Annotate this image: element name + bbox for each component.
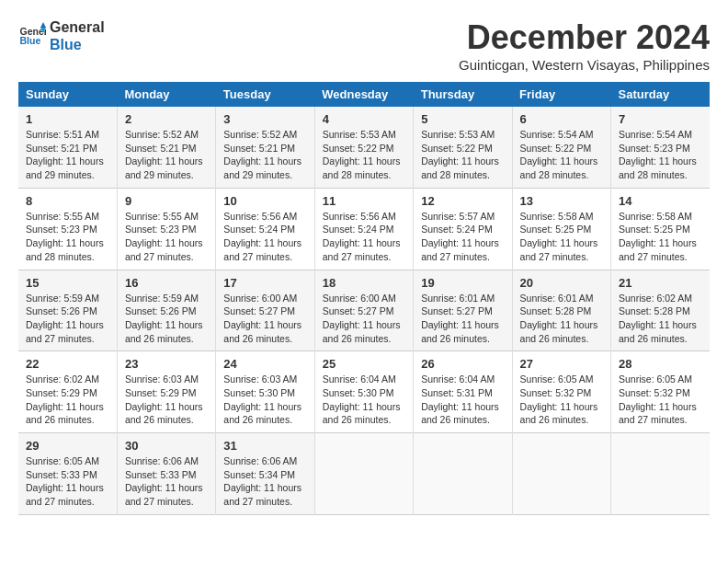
week-row-2: 8Sunrise: 5:55 AM Sunset: 5:23 PM Daylig… bbox=[18, 188, 710, 270]
day-info: Sunrise: 5:53 AM Sunset: 5:22 PM Dayligh… bbox=[421, 128, 504, 182]
day-cell: 27Sunrise: 6:05 AM Sunset: 5:32 PM Dayli… bbox=[512, 351, 610, 433]
day-info: Sunrise: 6:04 AM Sunset: 5:31 PM Dayligh… bbox=[421, 373, 504, 427]
week-row-3: 15Sunrise: 5:59 AM Sunset: 5:26 PM Dayli… bbox=[18, 270, 710, 351]
col-sunday: Sunday bbox=[18, 82, 117, 107]
day-cell: 22Sunrise: 6:02 AM Sunset: 5:29 PM Dayli… bbox=[18, 351, 117, 433]
day-info: Sunrise: 5:53 AM Sunset: 5:22 PM Dayligh… bbox=[323, 128, 405, 182]
day-number: 19 bbox=[421, 276, 504, 290]
col-saturday: Saturday bbox=[611, 82, 710, 107]
col-thursday: Thursday bbox=[414, 82, 512, 107]
day-number: 6 bbox=[520, 112, 603, 126]
day-info: Sunrise: 6:06 AM Sunset: 5:34 PM Dayligh… bbox=[223, 454, 306, 509]
day-number: 8 bbox=[26, 194, 109, 208]
day-info: Sunrise: 5:59 AM Sunset: 5:26 PM Dayligh… bbox=[125, 292, 208, 346]
day-cell: 11Sunrise: 5:56 AM Sunset: 5:24 PM Dayli… bbox=[314, 188, 413, 270]
day-info: Sunrise: 6:05 AM Sunset: 5:32 PM Dayligh… bbox=[520, 373, 603, 427]
day-info: Sunrise: 5:57 AM Sunset: 5:24 PM Dayligh… bbox=[421, 210, 504, 264]
day-number: 24 bbox=[223, 357, 306, 371]
day-number: 11 bbox=[323, 194, 405, 208]
day-info: Sunrise: 6:03 AM Sunset: 5:29 PM Dayligh… bbox=[125, 373, 208, 427]
day-cell: 25Sunrise: 6:04 AM Sunset: 5:30 PM Dayli… bbox=[314, 351, 413, 433]
day-number: 27 bbox=[520, 357, 603, 371]
day-cell: 10Sunrise: 5:56 AM Sunset: 5:24 PM Dayli… bbox=[216, 188, 314, 270]
col-monday: Monday bbox=[117, 82, 215, 107]
day-info: Sunrise: 6:03 AM Sunset: 5:30 PM Dayligh… bbox=[223, 373, 306, 427]
day-number: 9 bbox=[125, 194, 208, 208]
week-row-4: 22Sunrise: 6:02 AM Sunset: 5:29 PM Dayli… bbox=[18, 351, 710, 433]
day-number: 13 bbox=[520, 194, 603, 208]
day-cell: 9Sunrise: 5:55 AM Sunset: 5:23 PM Daylig… bbox=[117, 188, 215, 270]
day-cell: 12Sunrise: 5:57 AM Sunset: 5:24 PM Dayli… bbox=[414, 188, 512, 270]
day-cell: 24Sunrise: 6:03 AM Sunset: 5:30 PM Dayli… bbox=[216, 351, 314, 433]
day-info: Sunrise: 6:01 AM Sunset: 5:27 PM Dayligh… bbox=[421, 292, 504, 346]
day-cell: 19Sunrise: 6:01 AM Sunset: 5:27 PM Dayli… bbox=[414, 270, 512, 351]
day-cell: 3Sunrise: 5:52 AM Sunset: 5:21 PM Daylig… bbox=[216, 107, 314, 188]
day-number: 10 bbox=[223, 194, 306, 208]
week-row-1: 1Sunrise: 5:51 AM Sunset: 5:21 PM Daylig… bbox=[18, 107, 710, 188]
day-cell: 18Sunrise: 6:00 AM Sunset: 5:27 PM Dayli… bbox=[314, 270, 413, 351]
day-info: Sunrise: 6:00 AM Sunset: 5:27 PM Dayligh… bbox=[223, 292, 306, 346]
day-cell: 5Sunrise: 5:53 AM Sunset: 5:22 PM Daylig… bbox=[414, 107, 512, 188]
day-info: Sunrise: 6:05 AM Sunset: 5:32 PM Dayligh… bbox=[619, 373, 702, 427]
day-info: Sunrise: 5:56 AM Sunset: 5:24 PM Dayligh… bbox=[323, 210, 405, 264]
day-number: 5 bbox=[421, 112, 504, 126]
day-number: 17 bbox=[223, 276, 306, 290]
month-title: December 2024 bbox=[459, 18, 710, 57]
day-number: 22 bbox=[26, 357, 109, 371]
title-section: December 2024 Guinticgan, Western Visaya… bbox=[459, 18, 710, 73]
day-info: Sunrise: 6:01 AM Sunset: 5:28 PM Dayligh… bbox=[520, 292, 603, 346]
day-cell: 28Sunrise: 6:05 AM Sunset: 5:32 PM Dayli… bbox=[611, 351, 710, 433]
logo: General Blue General Blue bbox=[18, 18, 105, 53]
day-cell: 29Sunrise: 6:05 AM Sunset: 5:33 PM Dayli… bbox=[18, 433, 117, 515]
day-cell: 6Sunrise: 5:54 AM Sunset: 5:22 PM Daylig… bbox=[512, 107, 610, 188]
day-number: 4 bbox=[323, 112, 405, 126]
day-cell bbox=[414, 433, 512, 515]
header-row: Sunday Monday Tuesday Wednesday Thursday… bbox=[18, 82, 710, 107]
day-cell bbox=[512, 433, 610, 515]
page-header: General Blue General Blue December 2024 … bbox=[18, 18, 710, 73]
day-info: Sunrise: 5:56 AM Sunset: 5:24 PM Dayligh… bbox=[223, 210, 306, 264]
day-number: 23 bbox=[125, 357, 208, 371]
day-number: 20 bbox=[520, 276, 603, 290]
day-number: 2 bbox=[125, 112, 208, 126]
day-cell: 8Sunrise: 5:55 AM Sunset: 5:23 PM Daylig… bbox=[18, 188, 117, 270]
logo-general: General bbox=[50, 18, 105, 36]
day-cell: 2Sunrise: 5:52 AM Sunset: 5:21 PM Daylig… bbox=[117, 107, 215, 188]
day-info: Sunrise: 5:55 AM Sunset: 5:23 PM Dayligh… bbox=[26, 210, 109, 264]
day-number: 14 bbox=[619, 194, 702, 208]
day-cell: 21Sunrise: 6:02 AM Sunset: 5:28 PM Dayli… bbox=[611, 270, 710, 351]
day-cell: 23Sunrise: 6:03 AM Sunset: 5:29 PM Dayli… bbox=[117, 351, 215, 433]
day-info: Sunrise: 6:00 AM Sunset: 5:27 PM Dayligh… bbox=[323, 292, 405, 346]
day-info: Sunrise: 5:52 AM Sunset: 5:21 PM Dayligh… bbox=[223, 128, 306, 182]
day-number: 26 bbox=[421, 357, 504, 371]
day-number: 1 bbox=[26, 112, 109, 126]
location-title: Guinticgan, Western Visayas, Philippines bbox=[459, 57, 710, 73]
logo-blue: Blue bbox=[50, 36, 105, 53]
day-info: Sunrise: 5:59 AM Sunset: 5:26 PM Dayligh… bbox=[26, 292, 109, 346]
day-cell: 20Sunrise: 6:01 AM Sunset: 5:28 PM Dayli… bbox=[512, 270, 610, 351]
day-number: 28 bbox=[619, 357, 702, 371]
day-info: Sunrise: 5:54 AM Sunset: 5:22 PM Dayligh… bbox=[520, 128, 603, 182]
day-info: Sunrise: 6:05 AM Sunset: 5:33 PM Dayligh… bbox=[26, 454, 109, 509]
calendar-table: Sunday Monday Tuesday Wednesday Thursday… bbox=[18, 82, 710, 515]
day-info: Sunrise: 5:55 AM Sunset: 5:23 PM Dayligh… bbox=[125, 210, 208, 264]
day-cell: 16Sunrise: 5:59 AM Sunset: 5:26 PM Dayli… bbox=[117, 270, 215, 351]
day-info: Sunrise: 6:02 AM Sunset: 5:28 PM Dayligh… bbox=[619, 292, 702, 346]
day-info: Sunrise: 5:58 AM Sunset: 5:25 PM Dayligh… bbox=[520, 210, 603, 264]
logo-icon: General Blue bbox=[18, 22, 46, 50]
day-info: Sunrise: 5:52 AM Sunset: 5:21 PM Dayligh… bbox=[125, 128, 208, 182]
day-info: Sunrise: 6:06 AM Sunset: 5:33 PM Dayligh… bbox=[125, 454, 208, 509]
day-cell: 13Sunrise: 5:58 AM Sunset: 5:25 PM Dayli… bbox=[512, 188, 610, 270]
day-number: 25 bbox=[323, 357, 405, 371]
day-number: 3 bbox=[223, 112, 306, 126]
day-number: 7 bbox=[619, 112, 702, 126]
day-info: Sunrise: 6:02 AM Sunset: 5:29 PM Dayligh… bbox=[26, 373, 109, 427]
day-cell bbox=[314, 433, 413, 515]
day-cell: 17Sunrise: 6:00 AM Sunset: 5:27 PM Dayli… bbox=[216, 270, 314, 351]
day-number: 15 bbox=[26, 276, 109, 290]
day-number: 18 bbox=[323, 276, 405, 290]
day-cell: 14Sunrise: 5:58 AM Sunset: 5:25 PM Dayli… bbox=[611, 188, 710, 270]
day-info: Sunrise: 5:51 AM Sunset: 5:21 PM Dayligh… bbox=[26, 128, 109, 182]
day-cell: 7Sunrise: 5:54 AM Sunset: 5:23 PM Daylig… bbox=[611, 107, 710, 188]
day-number: 29 bbox=[26, 439, 109, 453]
